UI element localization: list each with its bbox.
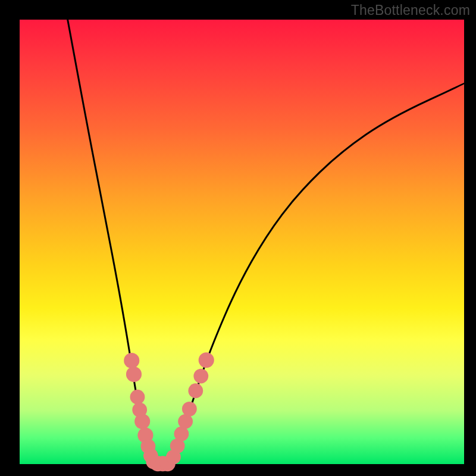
data-dot xyxy=(182,402,197,416)
curve-right-branch xyxy=(171,84,464,464)
dots-group xyxy=(124,352,214,471)
outer-frame: TheBottleneck.com xyxy=(0,0,476,476)
data-dot xyxy=(199,352,214,368)
data-dot xyxy=(193,369,208,384)
plot-area xyxy=(20,20,464,464)
data-dot xyxy=(188,383,203,398)
data-dot xyxy=(130,390,145,405)
data-dot xyxy=(124,353,139,368)
curve-group xyxy=(68,20,464,464)
data-dot xyxy=(126,367,142,382)
curve-svg xyxy=(20,20,464,464)
watermark-text: TheBottleneck.com xyxy=(351,2,470,18)
data-dot xyxy=(134,414,150,429)
